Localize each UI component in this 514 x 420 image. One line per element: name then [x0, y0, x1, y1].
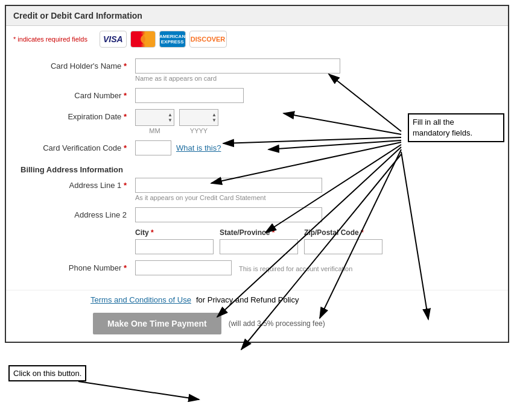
- mastercard-logo: [130, 31, 156, 48]
- yyyy-label: YYYY: [190, 127, 208, 134]
- zip-input[interactable]: [304, 239, 382, 254]
- state-col-label: State/Province *: [220, 228, 298, 237]
- addr2-row: Address Line 2: [16, 207, 498, 222]
- city-state-zip-field: City * State/Province *: [135, 228, 493, 254]
- cardholder-row: Card Holder's Name * Name as it appears …: [16, 58, 498, 82]
- cvc-input[interactable]: [135, 140, 171, 155]
- addr2-input[interactable]: [135, 207, 322, 222]
- mm-label: MM: [149, 127, 160, 134]
- addr2-label: Address Line 2: [21, 207, 135, 219]
- what-is-this-link[interactable]: What is this?: [176, 143, 221, 152]
- discover-logo: DISCOVER: [189, 31, 227, 48]
- amex-logo: AMERICANEXPRESS: [159, 31, 186, 48]
- addr1-input[interactable]: [135, 178, 322, 193]
- phone-input[interactable]: [135, 260, 232, 275]
- city-state-zip-row: City * State/Province *: [16, 228, 498, 254]
- cardholder-helper: Name as it appears on card: [135, 75, 493, 82]
- city-col-label: City *: [135, 228, 214, 237]
- cardnumber-label: Card Number *: [21, 88, 135, 100]
- addr1-helper: As it appears on your Credit Card Statem…: [135, 194, 493, 201]
- required-note: * indicates required fields: [13, 36, 87, 43]
- section-header: Credit or Debit Card Information: [6, 6, 508, 26]
- phone-label: Phone Number *: [21, 260, 135, 272]
- cardnumber-input[interactable]: [135, 88, 244, 103]
- click-button-annotation: Click on this button.: [8, 365, 86, 381]
- visa-logo: VISA: [100, 31, 127, 48]
- addr1-label: Address Line 1 *: [21, 178, 135, 190]
- cardholder-label: Card Holder's Name *: [21, 58, 135, 71]
- phone-field: This is required for account verificatio…: [135, 260, 493, 275]
- addr1-field: As it appears on your Credit Card Statem…: [135, 178, 493, 201]
- city-input[interactable]: [135, 239, 214, 254]
- expiry-yyyy-select[interactable]: ▲ ▼: [179, 109, 218, 126]
- phone-helper: This is required for account verificatio…: [239, 265, 352, 272]
- processing-note: (will add 3.5% processing fee): [229, 319, 325, 328]
- cardnumber-row: Card Number *: [16, 88, 498, 103]
- cardnumber-field: [135, 88, 493, 103]
- cardholder-input[interactable]: [135, 58, 340, 74]
- svg-line-13: [78, 381, 199, 400]
- terms-text: for Privacy and Refund Policy: [196, 295, 299, 304]
- top-row: * indicates required fields VISA AMERICA…: [6, 26, 508, 52]
- terms-link[interactable]: Terms and Conditions of Use: [90, 295, 191, 304]
- form-body: Card Holder's Name * Name as it appears …: [6, 52, 508, 287]
- svg-point-1: [141, 34, 150, 44]
- terms-row: Terms and Conditions of Use for Privacy …: [6, 290, 508, 309]
- cvc-row: Card Verification Code * What is this?: [16, 140, 498, 155]
- state-input[interactable]: [220, 239, 298, 254]
- cvc-label: Card Verification Code *: [21, 140, 135, 152]
- addr1-row: Address Line 1 * As it appears on your C…: [16, 178, 498, 201]
- cvc-field: What is this?: [135, 140, 493, 155]
- payment-row: Make One Time Payment (will add 3.5% pro…: [6, 309, 508, 342]
- phone-row: Phone Number * This is required for acco…: [16, 260, 498, 275]
- fill-mandatory-annotation: Fill in all themandatory fields.: [408, 113, 504, 142]
- zip-col-label: Zip/Postal Code *: [304, 228, 382, 237]
- addr2-field: [135, 207, 493, 222]
- cardholder-field: Name as it appears on card: [135, 58, 493, 82]
- card-logos: VISA AMERICANEXPRESS DISCOVER: [100, 31, 227, 48]
- payment-button[interactable]: Make One Time Payment: [93, 313, 221, 334]
- city-label-spacer: [21, 228, 135, 231]
- expiry-label: Expiration Date *: [21, 109, 135, 121]
- section-title: Credit or Debit Card Information: [13, 11, 142, 20]
- expiry-mm-select[interactable]: ▲ ▼: [135, 109, 174, 126]
- billing-header: Billing Address Information: [16, 161, 498, 178]
